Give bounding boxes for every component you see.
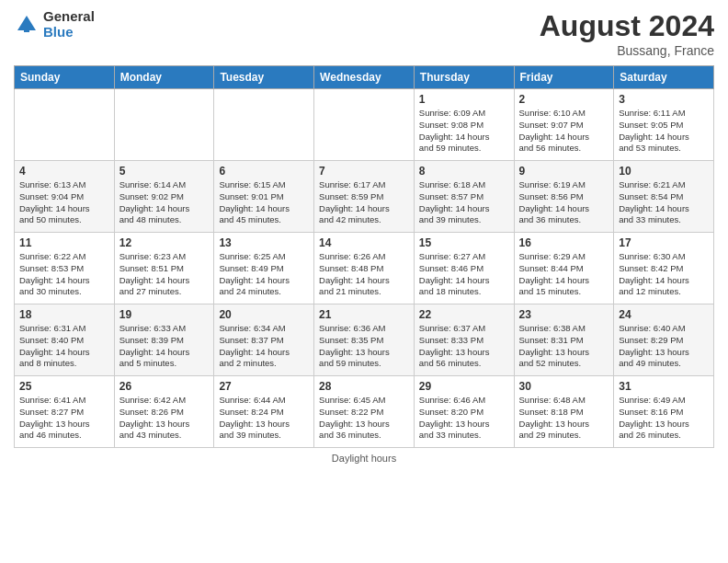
svg-rect-1 [24, 25, 29, 32]
calendar-cell: 3Sunrise: 6:11 AMSunset: 9:05 PMDaylight… [614, 89, 714, 161]
calendar-cell: 11Sunrise: 6:22 AMSunset: 8:53 PMDayligh… [15, 233, 115, 304]
calendar-cell: 22Sunrise: 6:37 AMSunset: 8:33 PMDayligh… [414, 304, 514, 376]
calendar-week-3: 11Sunrise: 6:22 AMSunset: 8:53 PMDayligh… [15, 233, 714, 304]
day-info: Sunrise: 6:40 AMSunset: 8:29 PMDaylight:… [619, 323, 709, 370]
day-info: Sunrise: 6:19 AMSunset: 8:56 PMDaylight:… [519, 179, 609, 226]
day-info: Sunrise: 6:27 AMSunset: 8:46 PMDaylight:… [419, 251, 509, 298]
calendar-cell: 19Sunrise: 6:33 AMSunset: 8:39 PMDayligh… [114, 304, 214, 376]
day-info: Sunrise: 6:09 AMSunset: 9:08 PMDaylight:… [419, 108, 509, 155]
day-number: 4 [19, 165, 109, 178]
calendar-cell: 12Sunrise: 6:23 AMSunset: 8:51 PMDayligh… [114, 233, 214, 304]
day-number: 14 [319, 236, 409, 249]
calendar-cell: 1Sunrise: 6:09 AMSunset: 9:08 PMDaylight… [414, 89, 514, 161]
day-number: 28 [319, 380, 409, 393]
day-number: 24 [619, 308, 709, 321]
day-info: Sunrise: 6:22 AMSunset: 8:53 PMDaylight:… [19, 251, 109, 298]
day-info: Sunrise: 6:45 AMSunset: 8:22 PMDaylight:… [319, 395, 409, 442]
calendar-cell: 6Sunrise: 6:15 AMSunset: 9:01 PMDaylight… [214, 161, 314, 233]
calendar-cell [214, 89, 314, 161]
calendar-cell: 5Sunrise: 6:14 AMSunset: 9:02 PMDaylight… [114, 161, 214, 233]
calendar-cell: 27Sunrise: 6:44 AMSunset: 8:24 PMDayligh… [214, 376, 314, 448]
calendar-cell: 21Sunrise: 6:36 AMSunset: 8:35 PMDayligh… [314, 304, 415, 376]
day-info: Sunrise: 6:15 AMSunset: 9:01 PMDaylight:… [219, 179, 309, 226]
day-number: 11 [19, 236, 109, 249]
logo: General Blue [14, 9, 95, 40]
footer-note: Daylight hours [14, 453, 714, 464]
day-number: 5 [119, 165, 210, 178]
calendar-cell: 4Sunrise: 6:13 AMSunset: 9:04 PMDaylight… [15, 161, 115, 233]
day-number: 23 [519, 308, 609, 321]
calendar-cell: 2Sunrise: 6:10 AMSunset: 9:07 PMDaylight… [514, 89, 614, 161]
day-number: 12 [119, 236, 210, 249]
day-number: 19 [119, 308, 210, 321]
day-info: Sunrise: 6:10 AMSunset: 9:07 PMDaylight:… [519, 108, 609, 155]
day-info: Sunrise: 6:38 AMSunset: 8:31 PMDaylight:… [519, 323, 609, 370]
day-number: 3 [619, 93, 709, 106]
col-header-monday: Monday [114, 66, 214, 89]
logo-text: General Blue [43, 9, 95, 40]
calendar-title: August 2024 [540, 9, 714, 43]
calendar-cell: 14Sunrise: 6:26 AMSunset: 8:48 PMDayligh… [314, 233, 415, 304]
calendar-cell: 18Sunrise: 6:31 AMSunset: 8:40 PMDayligh… [15, 304, 115, 376]
calendar-table: SundayMondayTuesdayWednesdayThursdayFrid… [14, 65, 714, 448]
calendar-cell: 20Sunrise: 6:34 AMSunset: 8:37 PMDayligh… [214, 304, 314, 376]
calendar-header-row: SundayMondayTuesdayWednesdayThursdayFrid… [15, 66, 714, 89]
calendar-week-2: 4Sunrise: 6:13 AMSunset: 9:04 PMDaylight… [15, 161, 714, 233]
day-info: Sunrise: 6:21 AMSunset: 8:54 PMDaylight:… [619, 179, 709, 226]
calendar-location: Bussang, France [540, 43, 714, 58]
day-number: 21 [319, 308, 409, 321]
day-number: 7 [319, 165, 409, 178]
day-info: Sunrise: 6:42 AMSunset: 8:26 PMDaylight:… [119, 395, 210, 442]
logo-general-label: General [43, 9, 95, 25]
day-info: Sunrise: 6:41 AMSunset: 8:27 PMDaylight:… [19, 395, 109, 442]
header: General Blue August 2024 Bussang, France [14, 9, 714, 58]
day-info: Sunrise: 6:30 AMSunset: 8:42 PMDaylight:… [619, 251, 709, 298]
day-info: Sunrise: 6:26 AMSunset: 8:48 PMDaylight:… [319, 251, 409, 298]
calendar-cell: 13Sunrise: 6:25 AMSunset: 8:49 PMDayligh… [214, 233, 314, 304]
day-info: Sunrise: 6:25 AMSunset: 8:49 PMDaylight:… [219, 251, 309, 298]
calendar-cell: 30Sunrise: 6:48 AMSunset: 8:18 PMDayligh… [514, 376, 614, 448]
calendar-cell: 7Sunrise: 6:17 AMSunset: 8:59 PMDaylight… [314, 161, 415, 233]
day-number: 16 [519, 236, 609, 249]
day-info: Sunrise: 6:44 AMSunset: 8:24 PMDaylight:… [219, 395, 309, 442]
calendar-cell: 28Sunrise: 6:45 AMSunset: 8:22 PMDayligh… [314, 376, 415, 448]
day-number: 1 [419, 93, 509, 106]
day-number: 6 [219, 165, 309, 178]
calendar-cell [314, 89, 415, 161]
calendar-cell: 16Sunrise: 6:29 AMSunset: 8:44 PMDayligh… [514, 233, 614, 304]
calendar-cell: 24Sunrise: 6:40 AMSunset: 8:29 PMDayligh… [614, 304, 714, 376]
col-header-saturday: Saturday [614, 66, 714, 89]
day-info: Sunrise: 6:36 AMSunset: 8:35 PMDaylight:… [319, 323, 409, 370]
day-number: 29 [419, 380, 509, 393]
col-header-wednesday: Wednesday [314, 66, 415, 89]
daylight-hours-label: Daylight hours [332, 453, 396, 464]
day-number: 26 [119, 380, 210, 393]
col-header-sunday: Sunday [15, 66, 115, 89]
col-header-tuesday: Tuesday [214, 66, 314, 89]
calendar-cell: 23Sunrise: 6:38 AMSunset: 8:31 PMDayligh… [514, 304, 614, 376]
day-info: Sunrise: 6:23 AMSunset: 8:51 PMDaylight:… [119, 251, 210, 298]
calendar-cell: 8Sunrise: 6:18 AMSunset: 8:57 PMDaylight… [414, 161, 514, 233]
logo-blue-label: Blue [43, 25, 95, 40]
calendar-cell [114, 89, 214, 161]
day-info: Sunrise: 6:14 AMSunset: 9:02 PMDaylight:… [119, 179, 210, 226]
calendar-cell: 17Sunrise: 6:30 AMSunset: 8:42 PMDayligh… [614, 233, 714, 304]
day-number: 27 [219, 380, 309, 393]
day-info: Sunrise: 6:18 AMSunset: 8:57 PMDaylight:… [419, 179, 509, 226]
day-info: Sunrise: 6:17 AMSunset: 8:59 PMDaylight:… [319, 179, 409, 226]
calendar-week-4: 18Sunrise: 6:31 AMSunset: 8:40 PMDayligh… [15, 304, 714, 376]
day-info: Sunrise: 6:34 AMSunset: 8:37 PMDaylight:… [219, 323, 309, 370]
day-info: Sunrise: 6:13 AMSunset: 9:04 PMDaylight:… [19, 179, 109, 226]
calendar-week-1: 1Sunrise: 6:09 AMSunset: 9:08 PMDaylight… [15, 89, 714, 161]
calendar-cell: 10Sunrise: 6:21 AMSunset: 8:54 PMDayligh… [614, 161, 714, 233]
calendar-cell: 25Sunrise: 6:41 AMSunset: 8:27 PMDayligh… [15, 376, 115, 448]
day-info: Sunrise: 6:29 AMSunset: 8:44 PMDaylight:… [519, 251, 609, 298]
day-number: 17 [619, 236, 709, 249]
day-number: 9 [519, 165, 609, 178]
day-info: Sunrise: 6:46 AMSunset: 8:20 PMDaylight:… [419, 395, 509, 442]
calendar-week-5: 25Sunrise: 6:41 AMSunset: 8:27 PMDayligh… [15, 376, 714, 448]
calendar-cell: 15Sunrise: 6:27 AMSunset: 8:46 PMDayligh… [414, 233, 514, 304]
logo-icon [14, 12, 40, 38]
page: General Blue August 2024 Bussang, France… [0, 0, 728, 563]
col-header-friday: Friday [514, 66, 614, 89]
